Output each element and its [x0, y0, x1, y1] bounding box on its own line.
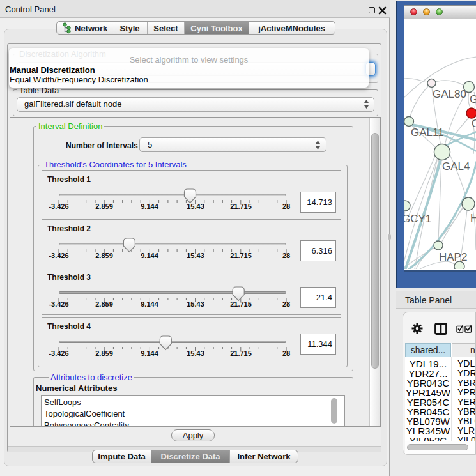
svg-text:GAL11: GAL11 — [411, 127, 444, 139]
svg-text:GCY1: GCY1 — [404, 213, 431, 225]
svg-text:C: C — [472, 118, 476, 130]
svg-text:GAL4: GAL4 — [442, 160, 470, 173]
svg-text:HAP2: HAP2 — [439, 251, 467, 263]
svg-text:H: H — [470, 212, 476, 224]
svg-text:G: G — [470, 93, 476, 105]
svg-text:GAL80: GAL80 — [433, 88, 466, 100]
